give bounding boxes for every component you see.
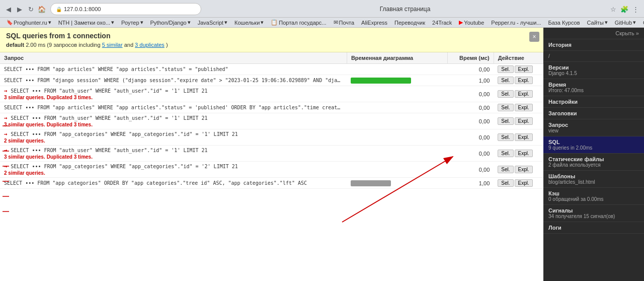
action-cell: Sel.Expl.	[494, 146, 543, 162]
timeline-cell	[347, 146, 447, 162]
mail-icon: ✉	[334, 19, 338, 26]
toolbar-item-value: blog/articles_list.html	[548, 179, 639, 185]
explain-button[interactable]: Expl.	[515, 90, 533, 98]
similar-link[interactable]: 5 similar	[102, 42, 123, 48]
select-button[interactable]: Sel.	[498, 77, 513, 84]
bookmark-star[interactable]: ☆	[609, 5, 618, 14]
content-panel: × SQL queries from 1 connection default …	[0, 28, 543, 281]
similar-notice: 3 similar queries. Duplicated 3 times.	[4, 154, 343, 160]
toolbar-item-label: Шаблоны	[548, 173, 639, 179]
default-label: default	[6, 42, 24, 48]
toolbar-item-версии[interactable]: ВерсииDjango 4.1.5	[543, 62, 644, 79]
explain-button[interactable]: Expl.	[515, 117, 533, 125]
home-button[interactable]: 🏠	[37, 5, 46, 14]
table-row: → SELECT ••• FROM "app_categories" WHERE…	[0, 162, 543, 178]
extensions-button[interactable]: 🧩	[620, 5, 629, 14]
select-button[interactable]: Sel.	[498, 104, 513, 111]
toolbar-item-[interactable]: /	[543, 51, 644, 62]
bookmark-courses[interactable]: База Курсов	[546, 19, 583, 26]
time-cell: 0,00	[447, 102, 494, 113]
debug-toolbar: Скрыть » История/ВерсииDjango 4.1.5Время…	[543, 28, 644, 281]
time-cell: 0,00	[447, 113, 494, 129]
query-text: → SELECT ••• FROM "auth_user" WHERE "aut…	[4, 147, 343, 154]
select-button[interactable]: Sel.	[498, 117, 513, 125]
bookmark-proghunter[interactable]: 🔖 Proghunter.ru ▾	[4, 19, 54, 26]
toolbar-item-label: Запрос	[548, 122, 639, 128]
toolbar-item-статические-файлы[interactable]: Статические файлы2 файла используется	[543, 154, 644, 171]
sql-panel-title: SQL queries from 1 connection	[6, 32, 537, 40]
select-button[interactable]: Sel.	[498, 150, 513, 157]
back-button[interactable]: ◀	[4, 5, 13, 14]
similar-notice: 3 similar queries. Duplicated 3 times.	[4, 94, 343, 100]
bookmark-nth[interactable]: NTH | Заметки охо... ▾	[56, 19, 117, 26]
table-row: → SELECT ••• FROM "auth_user" WHERE "aut…	[0, 113, 543, 129]
select-button[interactable]: Sel.	[498, 166, 513, 173]
bookmark-translate[interactable]: Переводчик	[392, 19, 428, 26]
bookmark-portal[interactable]: 📋 Портал государс...	[268, 19, 329, 26]
explain-button[interactable]: Expl.	[515, 150, 533, 157]
address-bar[interactable]: 🔒 127.0.0.1:8000	[50, 3, 201, 15]
explain-button[interactable]: Expl.	[515, 104, 533, 111]
toolbar-item-label: История	[548, 42, 639, 48]
sql-panel-header: SQL queries from 1 connection default 2.…	[0, 28, 543, 52]
forward-button[interactable]: ▶	[15, 5, 24, 14]
action-cell: Sel.Expl.	[494, 162, 543, 178]
bookmark-youtube[interactable]: ▶ Youtube	[456, 19, 487, 26]
timeline-cell	[347, 178, 447, 189]
duplicates-link[interactable]: 3 duplicates	[135, 42, 165, 48]
bookmark-django[interactable]: Python/Django ▾	[148, 19, 193, 26]
select-button[interactable]: Sel.	[498, 133, 513, 141]
duplicate-indicator: →	[4, 115, 11, 121]
toolbar-item-настройки[interactable]: Настройки	[543, 96, 644, 108]
select-button[interactable]: Sel.	[498, 90, 513, 98]
explain-button[interactable]: Expl.	[515, 166, 533, 173]
refresh-button[interactable]: ↻	[26, 5, 35, 14]
query-cell: → SELECT ••• FROM "auth_user" WHERE "aut…	[0, 113, 347, 129]
bookmark-pepper[interactable]: Pepper.ru - лучши...	[489, 19, 543, 26]
action-cell: Sel.Expl.	[494, 64, 543, 75]
toolbar-item-логи[interactable]: Логи	[543, 222, 644, 234]
action-cell: Sel.Expl.	[494, 129, 543, 146]
toolbar-item-sql[interactable]: SQL9 queries in 2.00ms	[543, 136, 644, 154]
toolbar-item-value: 2 файла используется	[548, 162, 639, 168]
toolbar-item-кэш[interactable]: Кэш0 обращений за 0.00ms	[543, 188, 644, 205]
bookmark-ali[interactable]: AliExpress	[359, 19, 390, 26]
query-text: → SELECT ••• FROM "auth_user" WHERE "aut…	[4, 88, 343, 94]
explain-button[interactable]: Expl.	[515, 65, 533, 73]
bookmark-bootstrap[interactable]: Custom Bootstra...	[640, 19, 644, 26]
hide-toolbar-button[interactable]: Скрыть »	[615, 30, 639, 36]
explain-button[interactable]: Expl.	[515, 133, 533, 141]
menu-button[interactable]: ⋮	[631, 5, 640, 14]
toolbar-item-история[interactable]: История	[543, 39, 644, 51]
bookmark-24track[interactable]: 24Track	[430, 19, 454, 26]
bookmark-wallets[interactable]: Кошельки ▾	[232, 19, 266, 26]
query-cell: SELECT ••• FROM "django_session" WHERE (…	[0, 75, 347, 86]
timeline-cell	[347, 86, 447, 102]
main-area: × SQL queries from 1 connection default …	[0, 28, 644, 281]
query-cell: → SELECT ••• FROM "auth_user" WHERE "aut…	[0, 146, 347, 162]
bookmark-mail[interactable]: ✉ Почта	[331, 19, 357, 26]
bookmark-js[interactable]: JavaScript ▾	[195, 19, 230, 26]
explain-button[interactable]: Expl.	[515, 179, 533, 187]
bookmark-github[interactable]: GitHub ▾	[612, 19, 638, 26]
explain-button[interactable]: Expl.	[515, 77, 533, 84]
similar-notice: 2 similar queries.	[4, 170, 343, 176]
toolbar-item-label: Кэш	[548, 190, 639, 196]
time-cell: 0,00	[447, 64, 494, 75]
sql-table: Запрос Временная диаграмма Время (мс) Де…	[0, 52, 543, 189]
query-cell: → SELECT ••• FROM "auth_user" WHERE "aut…	[0, 86, 347, 102]
select-button[interactable]: Sel.	[498, 179, 513, 187]
youtube-icon: ▶	[459, 19, 463, 26]
time-cell: 0,00	[447, 146, 494, 162]
timeline-cell	[347, 102, 447, 113]
toolbar-item-шаблоны[interactable]: Шаблоныblog/articles_list.html	[543, 171, 644, 188]
bookmark-router[interactable]: Роутер ▾	[119, 19, 146, 26]
select-button[interactable]: Sel.	[498, 65, 513, 73]
toolbar-item-заголовки[interactable]: Заголовки	[543, 108, 644, 119]
bookmark-sites[interactable]: Сайты ▾	[585, 19, 610, 26]
toolbar-item-сигналы[interactable]: Сигналы34 получателя 15 сигнал(ов)	[543, 205, 644, 222]
toolbar-item-время[interactable]: ВремяИтого: 47.00ms	[543, 79, 644, 96]
page-title: Главная страница	[205, 6, 605, 13]
toolbar-item-запрос[interactable]: Запросview	[543, 119, 644, 136]
close-button[interactable]: ×	[529, 32, 539, 42]
